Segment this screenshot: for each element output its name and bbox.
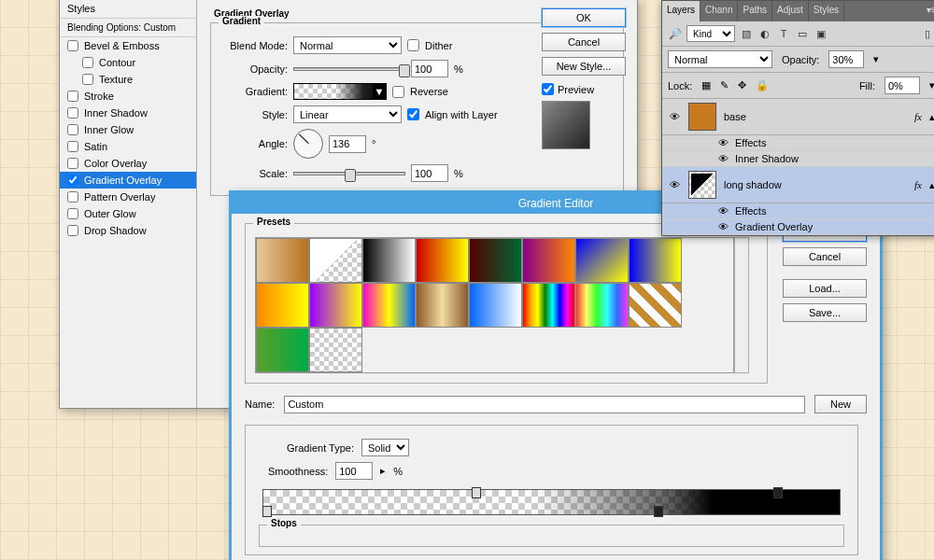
- filter-adjust-icon[interactable]: ◐: [757, 26, 772, 41]
- filter-shape-icon[interactable]: ▭: [795, 26, 810, 41]
- style-item-gradient-overlay[interactable]: Gradient Overlay: [60, 172, 196, 189]
- filter-type-icon[interactable]: T: [776, 26, 791, 41]
- effect-item[interactable]: 👁Gradient Overlay: [662, 219, 934, 235]
- reverse-checkbox[interactable]: [392, 86, 404, 98]
- filter-image-icon[interactable]: ▧: [739, 26, 754, 41]
- style-item-color-overlay[interactable]: Color Overlay: [60, 155, 196, 172]
- preset-swatch[interactable]: [629, 283, 682, 328]
- layer-row[interactable]: 👁 base fx ▴: [662, 99, 934, 135]
- tab-channels[interactable]: Chann: [700, 1, 738, 21]
- style-checkbox[interactable]: [82, 74, 93, 85]
- style-item-pattern-overlay[interactable]: Pattern Overlay: [60, 189, 196, 205]
- smoothness-dropdown-icon[interactable]: ▸: [380, 465, 386, 477]
- scale-input[interactable]: [411, 164, 448, 182]
- style-checkbox[interactable]: [82, 57, 93, 68]
- effect-item[interactable]: 👁Inner Shadow: [662, 151, 934, 167]
- preset-swatch[interactable]: [362, 283, 416, 328]
- preset-swatch[interactable]: [362, 238, 416, 283]
- preset-swatch[interactable]: [522, 238, 575, 283]
- style-checkbox[interactable]: [67, 225, 78, 236]
- preset-swatch[interactable]: [575, 238, 629, 283]
- preset-swatch[interactable]: [256, 283, 309, 328]
- color-stop-left[interactable]: [262, 506, 272, 517]
- new-style-button[interactable]: New Style...: [542, 57, 626, 76]
- preset-swatch[interactable]: [416, 238, 469, 283]
- layer-thumbnail[interactable]: [688, 171, 716, 199]
- collapse-icon[interactable]: ▴: [929, 179, 934, 191]
- preset-swatch[interactable]: [309, 328, 362, 372]
- new-gradient-button[interactable]: New: [814, 395, 867, 413]
- style-item-drop-shadow[interactable]: Drop Shadow: [60, 222, 196, 239]
- preview-checkbox[interactable]: [542, 83, 554, 95]
- style-checkbox[interactable]: [67, 208, 78, 219]
- ge-cancel-button[interactable]: Cancel: [783, 247, 867, 266]
- preset-swatch[interactable]: [522, 283, 575, 328]
- visibility-icon[interactable]: 👁: [716, 221, 729, 232]
- style-checkbox[interactable]: [67, 91, 78, 102]
- opacity-stop-left[interactable]: [472, 487, 481, 498]
- preset-swatch[interactable]: [575, 283, 629, 328]
- lock-paint-icon[interactable]: ✎: [720, 79, 729, 91]
- style-item-satin[interactable]: Satin: [60, 138, 196, 155]
- visibility-icon[interactable]: 👁: [716, 205, 729, 217]
- fill-input[interactable]: [884, 77, 920, 94]
- collapse-icon[interactable]: ▴: [929, 111, 934, 123]
- style-item-bevel-emboss[interactable]: Bevel & Emboss: [60, 37, 196, 54]
- layer-row[interactable]: 👁 long shadow fx ▴: [662, 167, 934, 203]
- visibility-icon[interactable]: 👁: [716, 137, 729, 148]
- visibility-icon[interactable]: 👁: [668, 179, 681, 190]
- effects-row[interactable]: 👁Effects: [662, 203, 934, 219]
- filter-smart-icon[interactable]: ▣: [814, 26, 828, 41]
- preset-swatch[interactable]: [629, 238, 682, 283]
- opacity-slider[interactable]: [293, 67, 405, 71]
- style-checkbox[interactable]: [67, 107, 78, 119]
- presets-scrollbar[interactable]: [734, 237, 749, 373]
- preset-swatch[interactable]: [469, 283, 522, 328]
- angle-dial[interactable]: [293, 129, 323, 159]
- style-item-inner-shadow[interactable]: Inner Shadow: [60, 105, 196, 121]
- preset-swatch[interactable]: [469, 238, 522, 283]
- dither-checkbox[interactable]: [407, 39, 419, 51]
- ge-save-button[interactable]: Save...: [783, 303, 867, 322]
- layer-blend-select[interactable]: Normal: [668, 50, 772, 68]
- style-checkbox[interactable]: [67, 124, 78, 135]
- style-item-inner-glow[interactable]: Inner Glow: [60, 121, 196, 138]
- fill-dropdown-icon[interactable]: ▾: [929, 79, 934, 91]
- preset-swatch[interactable]: [309, 238, 362, 283]
- preset-swatch[interactable]: [416, 283, 469, 328]
- angle-input[interactable]: [329, 135, 366, 153]
- preset-swatch[interactable]: [256, 328, 309, 372]
- tab-styles[interactable]: Styles: [809, 1, 844, 21]
- tab-paths[interactable]: Paths: [738, 1, 772, 21]
- lock-position-icon[interactable]: ✥: [738, 79, 746, 91]
- fx-badge[interactable]: fx: [914, 179, 922, 190]
- style-item-stroke[interactable]: Stroke: [60, 88, 196, 105]
- lock-transparent-icon[interactable]: ▦: [701, 79, 711, 91]
- tab-layers[interactable]: Layers: [662, 1, 700, 21]
- opacity-dropdown-icon[interactable]: ▾: [873, 53, 879, 65]
- visibility-icon[interactable]: 👁: [668, 111, 681, 122]
- gradient-dropdown-icon[interactable]: ▼: [373, 84, 386, 99]
- align-checkbox[interactable]: [407, 108, 419, 120]
- preset-swatch[interactable]: [256, 238, 309, 283]
- ok-button[interactable]: OK: [542, 8, 626, 27]
- style-checkbox[interactable]: [67, 175, 78, 186]
- filter-toggle-icon[interactable]: ▯: [920, 26, 934, 41]
- opacity-stop-right[interactable]: [773, 487, 783, 498]
- opacity-input[interactable]: [411, 60, 448, 77]
- gradient-swatch[interactable]: ▼: [293, 83, 387, 100]
- style-item-contour[interactable]: Contour: [60, 54, 196, 71]
- gradient-name-input[interactable]: [284, 396, 805, 413]
- style-checkbox[interactable]: [67, 158, 78, 169]
- smoothness-input[interactable]: [335, 462, 373, 480]
- style-checkbox[interactable]: [67, 40, 78, 51]
- tab-adjustments[interactable]: Adjust: [772, 1, 809, 21]
- blend-mode-select[interactable]: Normal: [293, 36, 402, 54]
- lock-all-icon[interactable]: 🔒: [756, 79, 769, 91]
- layer-thumbnail[interactable]: [688, 103, 716, 131]
- color-stop-right[interactable]: [654, 506, 663, 517]
- layer-opacity-input[interactable]: [828, 50, 864, 68]
- ge-load-button[interactable]: Load...: [783, 279, 867, 298]
- style-checkbox[interactable]: [67, 191, 78, 203]
- panel-menu-icon[interactable]: ▾≡: [922, 1, 934, 21]
